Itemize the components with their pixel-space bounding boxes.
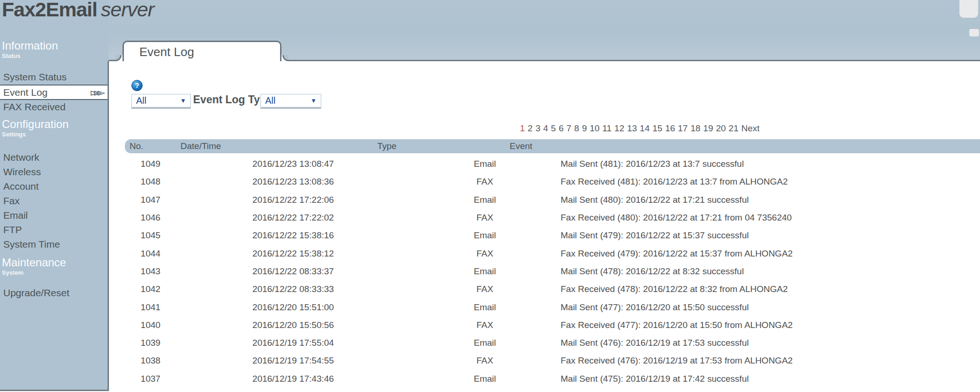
page-link[interactable]: 10 xyxy=(590,123,599,134)
page-link[interactable]: 3 xyxy=(535,123,540,134)
page-link-current[interactable]: 1 xyxy=(520,123,525,134)
sidebar-item-wireless[interactable]: Wireless xyxy=(0,165,108,179)
scrollbar-thumb[interactable] xyxy=(959,0,978,18)
scrollbar-thumb-small[interactable] xyxy=(969,29,979,36)
cell-type: Email xyxy=(410,302,560,313)
pagination: 123456789101112131415161718192021Next xyxy=(520,123,760,134)
page-link[interactable]: 14 xyxy=(640,123,649,134)
page-link[interactable]: 19 xyxy=(703,123,713,134)
column-header-datetime: Date/Time xyxy=(180,139,221,153)
tab-label: Event Log xyxy=(139,45,194,59)
cell-event: Mail Sent (479): 2016/12/22 at 15:37 suc… xyxy=(560,230,980,241)
page-link[interactable]: 11 xyxy=(602,123,612,134)
table-row: 10372016/12/19 17:43:46EmailMail Sent (4… xyxy=(125,370,980,388)
cell-no: 1041 xyxy=(125,302,176,313)
sidebar-divider xyxy=(108,61,109,391)
page-link[interactable]: 20 xyxy=(716,123,726,134)
page-link[interactable]: 18 xyxy=(691,123,700,134)
page-link[interactable]: 5 xyxy=(551,123,556,134)
event-filter-select[interactable]: All ▼ xyxy=(131,94,191,107)
cell-type: Email xyxy=(410,338,560,348)
page-link[interactable]: 17 xyxy=(678,123,688,134)
help-icon[interactable]: ? xyxy=(131,80,143,91)
column-header-event: Event xyxy=(510,139,533,153)
table-row: 10392016/12/19 17:55:04EmailMail Sent (4… xyxy=(125,334,980,352)
sidebar-item-network[interactable]: Network xyxy=(0,150,108,165)
cell-no: 1042 xyxy=(125,284,176,294)
page-link[interactable]: 6 xyxy=(559,123,564,134)
sidebar-item-email[interactable]: Email xyxy=(0,208,108,223)
sidebar-item-list: NetworkWirelessAccountFaxEmailFTPSystem … xyxy=(0,150,108,252)
cell-type: FAX xyxy=(410,249,560,259)
sidebar-item-system-time[interactable]: System Time xyxy=(0,237,108,252)
cell-no: 1043 xyxy=(125,266,176,277)
event-log-type-value: All xyxy=(265,94,275,107)
cell-type: Email xyxy=(410,266,560,277)
sidebar-item-label: Account xyxy=(3,181,39,192)
cell-no: 1040 xyxy=(125,320,176,330)
sidebar-item-label: Event Log xyxy=(3,87,48,98)
cell-type: Email xyxy=(410,230,560,241)
tab-event-log[interactable]: Event Log xyxy=(122,41,281,61)
page-link[interactable]: 7 xyxy=(566,123,571,134)
cell-datetime: 2016/12/23 13:08:36 xyxy=(176,177,410,187)
sidebar-item-label: System Status xyxy=(3,71,66,82)
table-header: No. Date/Time Type Event xyxy=(125,139,980,153)
sidebar-section-title: Maintenance xyxy=(0,256,108,269)
cell-no: 1039 xyxy=(125,338,176,348)
page-link[interactable]: 16 xyxy=(665,123,675,134)
cell-type: FAX xyxy=(410,284,560,294)
chevron-down-icon: ▼ xyxy=(310,94,317,107)
sidebar-section: MaintenanceSystemUpgrade/Reset xyxy=(0,256,108,300)
sidebar-item-ftp[interactable]: FTP xyxy=(0,223,108,237)
sidebar-item-account[interactable]: Account xyxy=(0,179,108,194)
sidebar-item-event-log[interactable]: Event Log▻▻▻ xyxy=(0,85,108,100)
sidebar-item-label: Fax xyxy=(3,195,20,206)
cell-type: Email xyxy=(410,374,560,384)
cell-event: Fax Received (479): 2016/12/22 at 15:37 … xyxy=(560,249,980,259)
page-link[interactable]: 12 xyxy=(614,123,624,134)
chevron-down-icon: ▼ xyxy=(180,94,186,107)
sidebar-item-fax-received[interactable]: FAX Received xyxy=(0,100,108,114)
page-link[interactable]: 15 xyxy=(653,123,663,134)
cell-no: 1045 xyxy=(125,230,176,241)
cell-type: FAX xyxy=(410,356,560,366)
cell-no: 1046 xyxy=(125,213,176,223)
table-row: 10472016/12/22 17:22:06EmailMail Sent (4… xyxy=(125,191,980,209)
table-row: 10492016/12/23 13:08:47EmailMail Sent (4… xyxy=(125,155,980,173)
table-row: 10462016/12/22 17:22:02FAXFax Received (… xyxy=(125,209,980,227)
page-link[interactable]: 8 xyxy=(574,123,579,134)
page-link[interactable]: 21 xyxy=(728,123,738,134)
sidebar-item-fax[interactable]: Fax xyxy=(0,194,108,208)
cell-datetime: 2016/12/19 17:54:55 xyxy=(176,356,410,366)
cell-datetime: 2016/12/22 17:22:06 xyxy=(176,195,410,205)
page-link[interactable]: 13 xyxy=(627,123,637,134)
sidebar-item-list: Upgrade/Reset xyxy=(0,286,108,300)
sidebar-section: ConfigurationSettingsNetworkWirelessAcco… xyxy=(0,118,108,252)
cell-type: Email xyxy=(410,195,560,205)
sidebar-item-upgrade-reset[interactable]: Upgrade/Reset xyxy=(0,286,108,300)
triple-chevron-right-icon: ▻▻▻ xyxy=(91,86,101,99)
event-log-type-select[interactable]: All ▼ xyxy=(260,94,321,107)
cell-event: Fax Received (476): 2016/12/19 at 17:53 … xyxy=(560,356,980,366)
app-logo: Fax2Emailserver xyxy=(2,0,154,21)
cell-no: 1048 xyxy=(125,177,176,187)
cell-no: 1037 xyxy=(125,374,176,384)
page-link[interactable]: 2 xyxy=(528,123,533,134)
sidebar-item-label: Upgrade/Reset xyxy=(3,287,69,298)
page-link[interactable]: 4 xyxy=(543,123,548,134)
sidebar-item-list: System StatusEvent Log▻▻▻FAX Received xyxy=(0,70,108,114)
table-row: 10452016/12/22 15:38:16EmailMail Sent (4… xyxy=(125,227,980,244)
sidebar-item-system-status[interactable]: System Status xyxy=(0,70,108,85)
cell-datetime: 2016/12/23 13:08:47 xyxy=(176,159,410,169)
sidebar-section-title: Information xyxy=(0,39,108,52)
cell-event: Fax Received (477): 2016/12/20 at 15:50 … xyxy=(560,320,980,330)
cell-event: Mail Sent (476): 2016/12/19 at 17:53 suc… xyxy=(560,338,980,348)
next-page-link[interactable]: Next xyxy=(741,123,759,134)
table-row: 10382016/12/19 17:54:55FAXFax Received (… xyxy=(125,352,980,370)
cell-datetime: 2016/12/20 15:50:56 xyxy=(176,320,410,330)
page-link[interactable]: 9 xyxy=(582,123,587,134)
sidebar-item-label: FAX Received xyxy=(3,101,65,112)
cell-type: FAX xyxy=(410,213,560,223)
cell-event: Mail Sent (477): 2016/12/20 at 15:50 suc… xyxy=(560,302,980,313)
